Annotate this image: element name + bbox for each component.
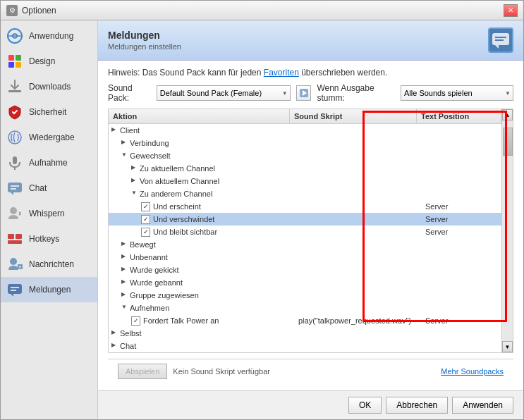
tree-expand-icon[interactable]: ▼ <box>121 152 130 160</box>
main-header: Meldungen Meldungen einstellen <box>98 20 523 61</box>
table-row[interactable]: ▶ Von aktuellem Channel <box>109 175 513 187</box>
tree-expand-icon[interactable]: ▶ <box>121 291 130 299</box>
table-row[interactable]: ▶ Client <box>109 124 513 137</box>
sidebar-item-downloads[interactable]: Downloads <box>1 74 97 99</box>
meldungen-label: Meldungen <box>29 285 71 295</box>
tree-expand-icon[interactable]: ▶ <box>131 177 140 185</box>
ok-button[interactable]: OK <box>348 397 382 414</box>
favoriten-link[interactable]: Favoriten <box>264 68 299 78</box>
soundpack-row: Sound Pack: Default Sound Pack (Female) … <box>108 83 513 103</box>
sound-play-icon-btn[interactable] <box>296 85 312 101</box>
aufnahme-label: Aufnahme <box>29 158 68 168</box>
sidebar-item-design[interactable]: Design <box>1 49 97 74</box>
tree-expand-icon[interactable]: ▼ <box>121 304 130 312</box>
row-sound <box>298 329 425 338</box>
row-pos <box>425 329 510 338</box>
row-checkbox[interactable]: ✓ <box>141 215 150 224</box>
row-sound <box>298 342 425 350</box>
play-button[interactable]: Abspielen <box>118 364 167 379</box>
sidebar-item-meldungen[interactable]: Meldungen <box>1 277 97 302</box>
row-pos <box>425 304 510 312</box>
table-row[interactable]: ▼ Aufnehmen <box>109 302 513 314</box>
sidebar-item-whispern[interactable]: Whispern <box>1 201 97 226</box>
close-button[interactable]: ✕ <box>504 4 518 17</box>
sidebar-item-wiedergabe[interactable]: Wiedergabe <box>1 125 97 150</box>
svg-rect-4 <box>8 62 14 68</box>
anwendung-icon <box>6 27 23 44</box>
row-label: Verbindung <box>130 139 298 147</box>
tree-expand-icon[interactable]: ▶ <box>111 126 120 135</box>
table-row[interactable]: ▶ Unbenannt <box>109 251 513 264</box>
mute-select[interactable]: Alle Sounds spielen <box>401 85 513 101</box>
apply-button[interactable]: Anwenden <box>452 397 513 414</box>
row-sound <box>298 266 425 274</box>
sidebar-item-chat[interactable]: Chat <box>1 175 97 201</box>
tree-expand-icon[interactable]: ▶ <box>111 329 120 338</box>
row-label: Bewegt <box>130 240 298 249</box>
cancel-button[interactable]: Abbrechen <box>386 397 448 414</box>
sidebar-item-hotkeys[interactable]: Hotkeys <box>1 226 97 252</box>
tree-expand-icon[interactable]: ▼ <box>131 190 140 198</box>
row-pos: Server <box>425 202 510 211</box>
table-row[interactable]: ▶ Wurde gebannt <box>109 276 513 289</box>
soundpack-select[interactable]: Default Sound Pack (Female) <box>157 85 291 101</box>
table-row[interactable]: ▶ Chat <box>109 340 513 352</box>
soundpack-label: Sound Pack: <box>108 83 151 103</box>
table-row[interactable]: ▶ Bewegt <box>109 238 513 251</box>
row-label: Aufnehmen <box>130 304 298 312</box>
app-icon: ⚙ <box>6 5 18 16</box>
scroll-down-btn[interactable]: ▼ <box>502 341 513 352</box>
row-pos <box>425 152 510 160</box>
action-table: Aktion Sound Skript Text Position ▶ Clie… <box>108 109 513 353</box>
sidebar-item-aufnahme[interactable]: Aufnahme <box>1 150 97 175</box>
sidebar-item-nachrichten[interactable]: Nachrichten <box>1 252 97 277</box>
table-row[interactable]: ▼ Zu anderem Channel <box>109 187 513 200</box>
row-label: Fordert Talk Power an <box>143 316 298 325</box>
table-row[interactable]: ▶ Verbindung <box>109 137 513 149</box>
table-row[interactable]: ▶ Selbst <box>109 327 513 340</box>
tree-expand-icon[interactable]: ▶ <box>121 240 130 249</box>
sidebar-item-anwendung[interactable]: Anwendung <box>1 23 97 49</box>
content-area: Anwendung Design <box>1 20 523 419</box>
table-row[interactable]: ▶ Gruppe zugewiesen <box>109 289 513 302</box>
wiedergabe-label: Wiedergabe <box>29 132 75 142</box>
tree-expand-icon[interactable]: ▶ <box>121 139 130 147</box>
more-soundpacks-link[interactable]: Mehr Soundpacks <box>441 367 504 376</box>
whispern-label: Whispern <box>29 209 65 218</box>
svg-rect-26 <box>492 33 509 45</box>
row-pos: Server <box>425 316 510 325</box>
aufnahme-icon <box>6 154 23 171</box>
tree-expand-icon[interactable]: ▶ <box>131 164 140 173</box>
window-title: Optionen <box>22 6 504 16</box>
table-row[interactable]: ✓ Und erscheint Server <box>109 200 513 213</box>
scroll-track[interactable] <box>502 121 513 341</box>
row-sound <box>298 164 425 173</box>
svg-rect-5 <box>16 62 21 68</box>
table-row[interactable]: ▼ Gewechselt <box>109 149 513 162</box>
row-label: Wurde gekickt <box>130 266 298 274</box>
row-checkbox[interactable]: ✓ <box>141 202 150 211</box>
row-checkbox[interactable]: ✓ <box>131 316 140 326</box>
sidebar-item-sicherheit[interactable]: Sicherheit <box>1 99 97 125</box>
svg-marker-27 <box>495 45 499 49</box>
svg-rect-6 <box>8 90 21 92</box>
table-row[interactable]: ▶ Zu aktuellem Channel <box>109 162 513 175</box>
table-row[interactable]: ✓ Und bleibt sichtbar Server <box>109 226 513 238</box>
table-row[interactable]: ✓ Fordert Talk Power an play("talkpower_… <box>109 314 513 327</box>
tree-expand-icon[interactable]: ▶ <box>121 253 130 261</box>
table-row[interactable]: ▶ Wurde gekickt <box>109 264 513 276</box>
table-row[interactable]: ✓ Und verschwindet Server <box>109 213 513 226</box>
tree-expand-icon[interactable]: ▶ <box>121 266 130 274</box>
sicherheit-label: Sicherheit <box>29 107 66 117</box>
svg-rect-2 <box>8 55 14 61</box>
row-checkbox[interactable]: ✓ <box>141 228 150 237</box>
tree-expand-icon[interactable]: ▶ <box>121 278 130 287</box>
scroll-up-btn[interactable]: ▲ <box>502 109 513 121</box>
window: ⚙ Optionen ✕ Anwendung <box>0 0 524 420</box>
svg-rect-15 <box>8 234 14 239</box>
scroll-thumb[interactable] <box>503 128 513 156</box>
tree-expand-icon[interactable]: ▶ <box>111 342 120 350</box>
table-scrollbar[interactable]: ▲ ▼ <box>501 109 513 352</box>
downloads-icon <box>6 78 23 95</box>
svg-rect-8 <box>13 156 17 164</box>
